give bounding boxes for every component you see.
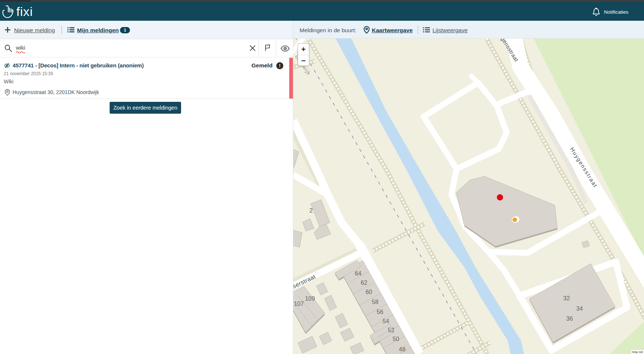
svg-text:2: 2 [310, 207, 313, 214]
svg-text:50: 50 [393, 336, 399, 342]
svg-text:107: 107 [294, 301, 304, 307]
svg-text:52: 52 [388, 327, 394, 333]
svg-text:56: 56 [377, 309, 383, 315]
svg-text:64: 64 [355, 270, 361, 277]
svg-text:109: 109 [305, 295, 315, 302]
svg-text:34: 34 [576, 305, 583, 312]
svg-text:32: 32 [563, 295, 570, 301]
svg-text:36: 36 [566, 315, 573, 322]
svg-text:48: 48 [399, 346, 406, 353]
svg-text:54: 54 [383, 318, 389, 324]
svg-text:58: 58 [372, 299, 378, 305]
svg-text:60: 60 [366, 289, 372, 295]
svg-text:62: 62 [361, 280, 367, 286]
